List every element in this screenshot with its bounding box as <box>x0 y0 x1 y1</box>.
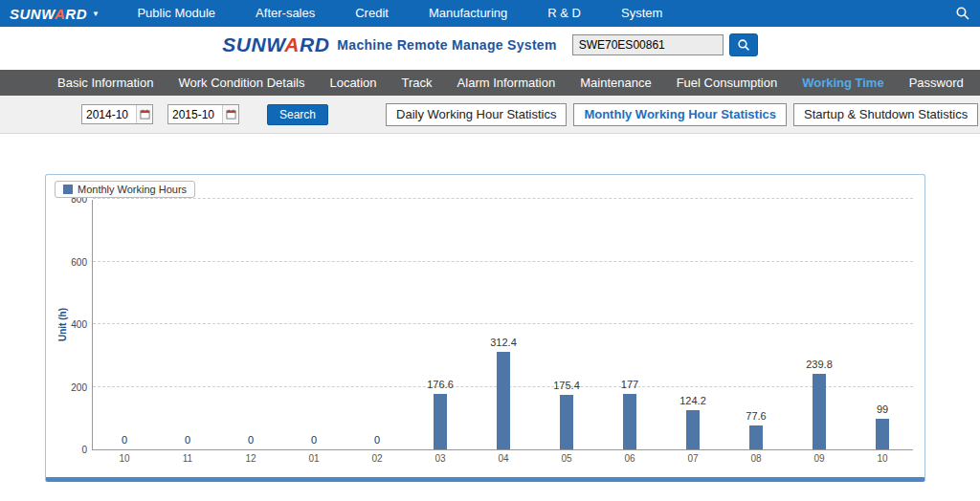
x-axis-label: 06 <box>611 453 649 464</box>
header: SUNWARD Machine Remote Manage System <box>0 27 980 63</box>
x-axis-label: 10 <box>105 453 144 464</box>
nav-item-credit[interactable]: Credit <box>335 0 409 27</box>
legend-swatch <box>63 185 73 194</box>
chart-bar <box>876 419 889 449</box>
chart-plot: 0200400600800010011012001002176.603312.4… <box>92 200 913 450</box>
nav-item-system[interactable]: System <box>601 0 682 27</box>
stat-button-daily-working-hour-statistics[interactable]: Daily Working Hour Statistics <box>386 103 567 126</box>
nav-item-manufacturing[interactable]: Manufacturing <box>409 0 527 27</box>
tab-location[interactable]: Location <box>317 70 389 96</box>
bar-value-label: 312.4 <box>478 337 529 348</box>
stat-button-startup-shutdown-statistics[interactable]: Startup & Shutdown Statistics <box>793 103 978 126</box>
chart-bar <box>623 394 636 449</box>
tab-work-condition-details[interactable]: Work Condition Details <box>166 70 317 96</box>
filter-bar: Search Daily Working Hour StatisticsMont… <box>0 96 980 134</box>
date-to-box <box>167 104 239 124</box>
bar-value-label: 77.6 <box>730 410 782 422</box>
stat-button-group: Daily Working Hour StatisticsMonthly Wor… <box>386 103 978 126</box>
chart-bar <box>686 410 700 449</box>
tab-track[interactable]: Track <box>390 70 445 96</box>
chart-bar <box>560 395 573 449</box>
nav-item-after-sales[interactable]: After-sales <box>235 0 335 27</box>
legend-label: Monthly Working Hours <box>78 184 187 195</box>
tab-password[interactable]: Password <box>897 70 976 96</box>
x-axis-label: 08 <box>737 453 775 464</box>
date-from-box <box>81 104 153 124</box>
gridline <box>93 323 913 324</box>
machine-search-button[interactable] <box>729 33 758 56</box>
bar-value-label: 0 <box>99 434 150 446</box>
x-axis-label: 09 <box>800 453 838 464</box>
x-axis-label: 11 <box>168 453 207 464</box>
calendar-icon[interactable] <box>136 105 152 123</box>
brand-logo[interactable]: SUNWARD ▼ <box>10 6 100 22</box>
x-axis-label: 03 <box>421 453 459 464</box>
bar-value-label: 0 <box>225 434 277 446</box>
tab-maintenance[interactable]: Maintenance <box>568 70 663 96</box>
bar-value-label: 124.2 <box>667 395 719 406</box>
brand-logo-text: SUNWARD <box>10 6 87 22</box>
calendar-icon[interactable] <box>222 105 238 123</box>
system-title: Machine Remote Manage System <box>337 37 556 53</box>
y-axis-tick-label: 200 <box>51 382 87 393</box>
x-axis-label: 02 <box>358 453 396 464</box>
date-from-input[interactable] <box>82 108 136 121</box>
tab-alarm-information[interactable]: Alarm Information <box>445 70 568 96</box>
nav-item-r-d[interactable]: R & D <box>527 0 601 27</box>
stat-button-monthly-working-hour-statistics[interactable]: Monthly Working Hour Statistics <box>573 103 787 126</box>
chevron-down-icon: ▼ <box>92 10 100 18</box>
top-nav: SUNWARD ▼ Public ModuleAfter-salesCredit… <box>0 0 980 27</box>
top-nav-menu: Public ModuleAfter-salesCreditManufactur… <box>117 0 682 27</box>
tab-basic-information[interactable]: Basic Information <box>45 70 166 96</box>
y-axis-tick-label: 600 <box>51 257 87 268</box>
bar-value-label: 0 <box>288 434 340 446</box>
y-axis-tick-label: 0 <box>51 445 87 455</box>
bar-value-label: 99 <box>857 403 908 415</box>
x-axis-label: 01 <box>295 453 333 464</box>
chart-bar <box>813 374 826 449</box>
x-axis-label: 12 <box>232 453 270 464</box>
machine-search-input[interactable] <box>572 34 724 55</box>
bar-value-label: 0 <box>162 434 213 446</box>
chart-bar <box>749 425 763 449</box>
x-axis-label: 04 <box>484 453 523 464</box>
tab-working-time[interactable]: Working Time <box>790 70 896 96</box>
x-axis-label: 07 <box>674 453 712 464</box>
gridline <box>93 261 913 262</box>
x-axis-label: 05 <box>547 453 586 464</box>
search-button[interactable]: Search <box>267 104 328 125</box>
date-to-input[interactable] <box>168 108 222 121</box>
x-axis-label: 10 <box>863 453 902 464</box>
y-axis-tick-label: 400 <box>51 319 87 330</box>
bar-value-label: 175.4 <box>541 380 592 391</box>
nav-search-icon[interactable] <box>955 6 970 25</box>
bar-value-label: 239.8 <box>793 359 845 370</box>
chart-bar <box>497 352 510 449</box>
tab-fuel-consumption[interactable]: Fuel Consumption <box>664 70 791 96</box>
bar-value-label: 0 <box>351 434 403 446</box>
search-icon <box>737 38 750 52</box>
chart-panel: Monthly Working Hours Unit (h) 020040060… <box>45 174 925 482</box>
nav-item-public-module[interactable]: Public Module <box>117 0 235 27</box>
sunward-logo: SUNWARD <box>222 33 329 56</box>
gridline <box>93 198 913 199</box>
tab-bar: Basic InformationWork Condition DetailsL… <box>0 70 980 96</box>
bar-value-label: 177 <box>604 379 656 390</box>
bar-value-label: 176.6 <box>414 379 466 390</box>
chart-bar <box>434 394 447 449</box>
chart-legend: Monthly Working Hours <box>55 181 195 198</box>
